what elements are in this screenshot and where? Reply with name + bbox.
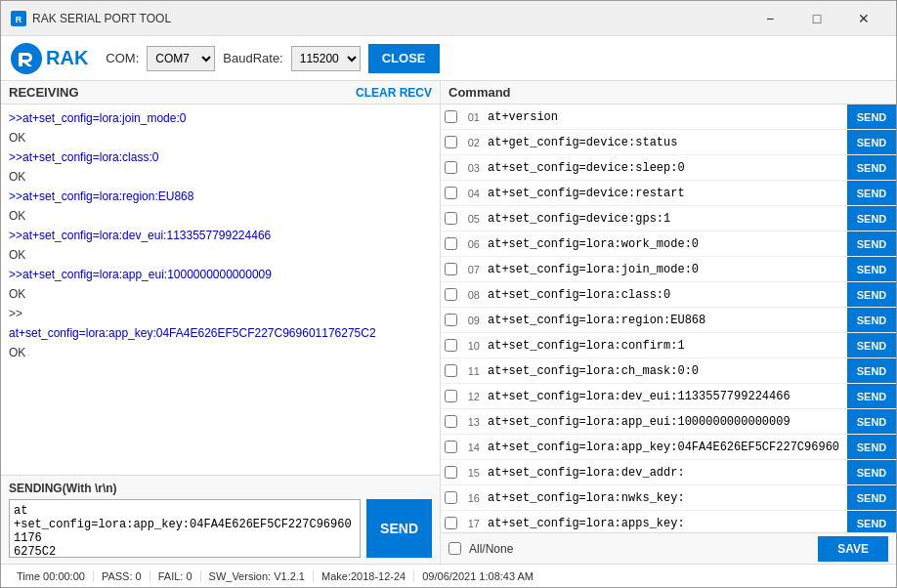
recv-line: OK	[9, 128, 432, 147]
cmd-num-3: 03	[460, 162, 484, 174]
send-input[interactable]: at +set_config=lora:app_key:04FA4E626EF5…	[9, 499, 361, 558]
cmd-num-1: 01	[460, 111, 484, 123]
command-row: 14 at+set_config=lora:app_key:04FA4E626E…	[441, 435, 896, 460]
title-bar: R RAK SERIAL PORT TOOL − □ ✕	[1, 1, 896, 36]
cmd-check-7[interactable]	[441, 263, 460, 275]
cmd-text-15: at+set_config=lora:dev_addr:	[484, 466, 847, 480]
cmd-text-8: at+set_config=lora:class:0	[484, 288, 847, 302]
baud-select[interactable]: 115200	[291, 46, 361, 71]
cmd-text-3: at+set_config=device:sleep:0	[484, 161, 847, 175]
cmd-text-4: at+set_config=device:restart	[484, 187, 847, 200]
cmd-num-2: 02	[460, 137, 484, 148]
cmd-check-11[interactable]	[441, 364, 460, 377]
cmd-check-6[interactable]	[441, 237, 460, 250]
cmd-check-15[interactable]	[441, 466, 460, 479]
maximize-button[interactable]: □	[794, 9, 839, 28]
cmd-send-15[interactable]: SEND	[847, 460, 896, 484]
recv-line: OK	[9, 206, 432, 226]
recv-line: >>at+set_config=lora:dev_eui:11335577992…	[9, 226, 432, 245]
status-time: Time 00:00:00	[9, 570, 94, 582]
status-fail: FAIL: 0	[150, 570, 201, 582]
cmd-send-7[interactable]: SEND	[847, 257, 896, 281]
cmd-send-3[interactable]: SEND	[847, 155, 896, 180]
cmd-send-17[interactable]: SEND	[847, 511, 896, 532]
cmd-check-10[interactable]	[441, 339, 460, 352]
recv-area[interactable]: >>at+set_config=lora:join_mode:0 OK >>at…	[1, 105, 440, 475]
title-bar-controls: − □ ✕	[748, 9, 886, 28]
main-window: R RAK SERIAL PORT TOOL − □ ✕ RAK COM: CO…	[0, 0, 897, 588]
cmd-send-1[interactable]: SEND	[847, 105, 896, 129]
cmd-send-8[interactable]: SEND	[847, 282, 896, 307]
cmd-check-4[interactable]	[441, 187, 460, 199]
rak-logo: RAK	[11, 43, 88, 74]
cmd-check-9[interactable]	[441, 314, 460, 326]
command-row: 11 at+set_config=lora:ch_mask:0:0 SEND	[441, 358, 896, 384]
minimize-button[interactable]: −	[748, 9, 792, 28]
cmd-send-2[interactable]: SEND	[847, 130, 896, 154]
cmd-send-10[interactable]: SEND	[847, 333, 896, 357]
cmd-text-9: at+set_config=lora:region:EU868	[484, 314, 847, 327]
cmd-num-11: 11	[460, 365, 484, 377]
cmd-text-10: at+set_config=lora:confirm:1	[484, 339, 847, 353]
cmd-send-4[interactable]: SEND	[847, 181, 896, 205]
command-row: 01 at+version SEND	[441, 105, 896, 130]
cmd-num-15: 15	[460, 467, 484, 479]
cmd-check-2[interactable]	[441, 136, 460, 148]
recv-header: RECEIVING CLEAR RECV	[1, 81, 440, 105]
clear-recv-button[interactable]: CLEAR RECV	[356, 86, 432, 100]
window-close-button[interactable]: ✕	[841, 9, 886, 28]
cmd-send-12[interactable]: SEND	[847, 384, 896, 408]
cmd-send-14[interactable]: SEND	[847, 435, 896, 459]
com-select[interactable]: COM7	[147, 46, 215, 71]
cmd-send-11[interactable]: SEND	[847, 358, 896, 383]
command-row: 09 at+set_config=lora:region:EU868 SEND	[441, 308, 896, 333]
cmd-check-14[interactable]	[441, 441, 460, 453]
cmd-send-6[interactable]: SEND	[847, 231, 896, 256]
cmd-check-5[interactable]	[441, 212, 460, 225]
status-bar: Time 00:00:00 PASS: 0 FAIL: 0 SW_Version…	[1, 564, 896, 587]
cmd-text-1: at+version	[484, 110, 847, 124]
command-row: 13 at+set_config=lora:app_eui:1000000000…	[441, 409, 896, 435]
command-row: 07 at+set_config=lora:join_mode:0 SEND	[441, 257, 896, 282]
all-none-label: All/None	[469, 542, 818, 556]
cmd-num-16: 16	[460, 492, 484, 504]
cmd-check-8[interactable]	[441, 288, 460, 301]
cmd-send-5[interactable]: SEND	[847, 206, 896, 231]
all-none-checkbox[interactable]	[448, 542, 461, 555]
cmd-num-9: 09	[460, 315, 484, 326]
cmd-send-13[interactable]: SEND	[847, 409, 896, 434]
cmd-check-3[interactable]	[441, 161, 460, 174]
cmd-text-13: at+set_config=lora:app_eui:1000000000000…	[484, 415, 847, 429]
app-icon: R	[11, 11, 26, 26]
cmd-send-9[interactable]: SEND	[847, 308, 896, 332]
cmd-text-11: at+set_config=lora:ch_mask:0:0	[484, 364, 847, 378]
left-panel: RECEIVING CLEAR RECV >>at+set_config=lor…	[1, 81, 441, 564]
command-row: 10 at+set_config=lora:confirm:1 SEND	[441, 333, 896, 358]
send-button[interactable]: SEND	[366, 499, 432, 558]
title-bar-text: RAK SERIAL PORT TOOL	[32, 12, 748, 25]
command-row: 02 at+get_config=device:status SEND	[441, 130, 896, 155]
status-make: Make:2018-12-24	[314, 570, 414, 582]
cmd-num-17: 17	[460, 518, 484, 529]
cmd-check-16[interactable]	[441, 491, 460, 504]
cmd-text-12: at+set_config=lora:dev_eui:1133557799224…	[484, 390, 847, 403]
cmd-check-17[interactable]	[441, 517, 460, 529]
close-button[interactable]: CLOSE	[368, 44, 440, 73]
recv-line: >>at+set_config=lora:join_mode:0	[9, 108, 432, 128]
cmd-check-12[interactable]	[441, 390, 460, 402]
command-list: 01 at+version SEND 02 at+get_config=devi…	[441, 105, 896, 532]
cmd-num-6: 06	[460, 238, 484, 250]
command-row: 05 at+set_config=device:gps:1 SEND	[441, 206, 896, 231]
cmd-send-16[interactable]: SEND	[847, 485, 896, 510]
baud-label: BaudRate:	[223, 51, 282, 65]
cmd-check-13[interactable]	[441, 415, 460, 428]
recv-line: >>at+set_config=lora:region:EU868	[9, 187, 432, 206]
cmd-check-1[interactable]	[441, 110, 460, 123]
cmd-num-12: 12	[460, 391, 484, 402]
save-button[interactable]: SAVE	[818, 536, 888, 562]
cmd-num-10: 10	[460, 340, 484, 352]
recv-line: >>	[9, 304, 432, 323]
cmd-num-5: 05	[460, 213, 484, 225]
right-panel: Command 01 at+version SEND 02 at+get_con…	[441, 81, 896, 564]
command-row: 06 at+set_config=lora:work_mode:0 SEND	[441, 231, 896, 257]
